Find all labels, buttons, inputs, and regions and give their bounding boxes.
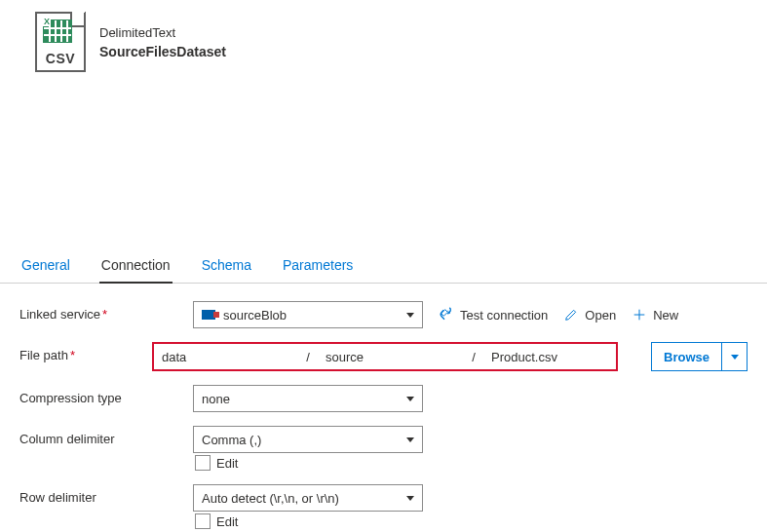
- open-button[interactable]: Open: [563, 307, 616, 323]
- column-delimiter-label: Column delimiter: [19, 426, 193, 446]
- column-delimiter-select[interactable]: Comma (,): [193, 426, 423, 453]
- test-connection-button[interactable]: Test connection: [439, 307, 548, 323]
- connection-form: Linked service* sourceBlob Test connecti…: [0, 284, 767, 529]
- chevron-down-icon: [406, 496, 414, 501]
- chevron-down-icon: [406, 437, 414, 442]
- csv-file-icon: X CSV: [35, 12, 86, 74]
- browse-split-button[interactable]: [722, 342, 748, 371]
- browse-button[interactable]: Browse: [651, 342, 722, 371]
- dataset-name: SourceFilesDataset: [99, 44, 226, 59]
- linked-service-select[interactable]: sourceBlob: [193, 301, 423, 328]
- tab-schema[interactable]: Schema: [200, 249, 253, 283]
- chevron-down-icon: [731, 355, 739, 360]
- dataset-type-label: DelimitedText: [99, 25, 226, 40]
- tab-strip: General Connection Schema Parameters: [0, 249, 767, 284]
- checkbox-icon: [195, 455, 211, 471]
- file-path-folder-input[interactable]: source: [318, 344, 464, 369]
- tab-general[interactable]: General: [19, 249, 72, 283]
- row-delimiter-select[interactable]: Auto detect (\r,\n, or \r\n): [193, 484, 423, 512]
- file-path-input-group: data / source / Product.csv: [152, 342, 618, 371]
- compression-type-select[interactable]: none: [193, 385, 423, 412]
- file-path-label: File path*: [19, 342, 152, 362]
- pencil-icon: [563, 307, 579, 323]
- row-delimiter-label: Row delimiter: [19, 484, 193, 505]
- linked-service-label: Linked service*: [19, 301, 193, 322]
- tab-connection[interactable]: Connection: [99, 249, 173, 283]
- column-delimiter-edit-checkbox[interactable]: Edit: [195, 455, 423, 471]
- blob-storage-icon: [202, 310, 215, 320]
- file-path-file-input[interactable]: Product.csv: [483, 344, 616, 369]
- file-path-container-input[interactable]: data: [154, 344, 298, 369]
- plus-icon: [632, 307, 647, 323]
- row-delimiter-edit-checkbox[interactable]: Edit: [195, 513, 423, 529]
- checkbox-icon: [195, 513, 211, 529]
- dataset-header: X CSV DelimitedText SourceFilesDataset: [0, 0, 767, 74]
- chevron-down-icon: [406, 313, 414, 318]
- chevron-down-icon: [406, 397, 414, 401]
- compression-type-label: Compression type: [19, 385, 193, 405]
- tab-parameters[interactable]: Parameters: [281, 249, 355, 283]
- plug-icon: [439, 307, 454, 323]
- new-button[interactable]: New: [632, 307, 678, 323]
